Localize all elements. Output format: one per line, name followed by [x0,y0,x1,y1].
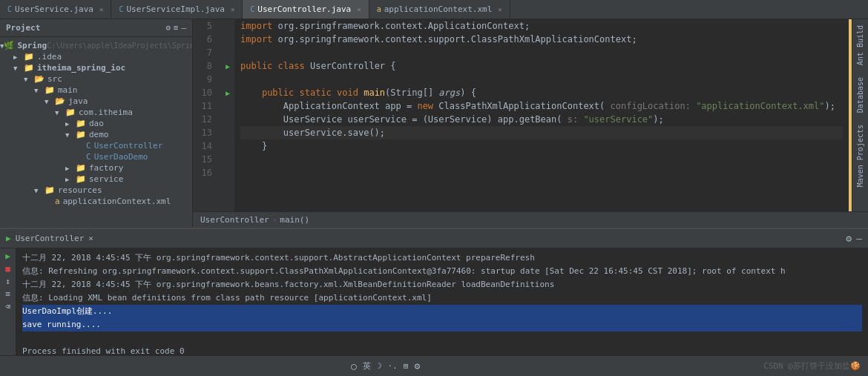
tree-item-com[interactable]: ▼ 📁 com.itheima [0,107,192,118]
tree-item-resources[interactable]: ▼ 📁 resources [0,185,192,196]
tree-path: C:\Users\apple\IdeaProjects\Spring [47,42,192,50]
stop-btn[interactable]: ■ [5,264,10,274]
code-editor: 5 6 7 8 9 10 11 12 13 14 15 16 [193,19,852,211]
xml-icon: a [377,5,381,13]
arrow-icon: ▼ [34,187,45,194]
run-tab-close[interactable]: × [88,234,93,243]
run-main-btn[interactable]: ▶ [221,86,234,99]
settings2-icon[interactable]: ⚙ [414,360,420,372]
tab-label: applicationContext.xml [384,4,493,14]
folder-src-icon: 📂 [34,74,45,84]
restart-btn[interactable]: ▶ [5,251,10,261]
tab-userserviceimpl[interactable]: C UserServiceImpl.java × [111,0,243,19]
tab-close-icon[interactable]: × [99,6,103,13]
editor-strips: 5 6 7 8 9 10 11 12 13 14 15 16 [193,19,868,211]
tab-usercontroller[interactable]: C UserController.java × [243,0,369,19]
tab-close-icon[interactable]: × [231,6,234,13]
arrow-icon: ▶ [65,176,76,183]
tab-userservice[interactable]: C UserService.java × [0,0,111,19]
dot-icon: ·. [388,361,398,371]
xml-icon: a [55,197,60,206]
tree-label: com.itheima [79,108,133,117]
code-line-8: public class UserController { [240,59,843,73]
sidebar-title: Project [6,23,40,33]
run-panel-header: ▶ UserController × ⚙ – [0,229,868,248]
right-strip-ant: Ant Build Database Maven Projects [852,19,868,211]
settings-icon[interactable]: ⚙ [846,233,852,244]
run-output-line-1: 十二月 22, 2018 4:45:45 下午 org.springframew… [22,251,862,265]
folder-icon: 📁 [76,174,86,184]
tree-label-spring: Spring [17,41,47,50]
tree-item-src[interactable]: ▼ 📂 src [0,73,192,85]
run-class-btn[interactable]: ▶ [221,59,234,73]
tab-label: UserController.java [257,4,351,14]
ant-build-label[interactable]: Ant Build [856,19,864,71]
arrow-icon: ▼ [13,65,24,72]
sort-icon[interactable]: ≡ [174,23,179,33]
run-tab-label[interactable]: UserController [16,234,85,243]
filter-btn[interactable]: ≡ [5,289,10,299]
breadcrumb-main[interactable]: main() [280,215,309,225]
tree-label: src [47,74,62,84]
tree-item-dao[interactable]: ▶ 📁 dao [0,118,192,129]
tree-item-java[interactable]: ▼ 📂 java [0,96,192,107]
circle-icon: ○ [351,360,357,372]
watermark: CSDN @苏打饼干没加盐🍪 [763,360,861,372]
breadcrumb-usercontroller[interactable]: UserController [200,215,269,225]
run-output-line-7 [22,332,862,345]
code-content[interactable]: import org.springframework.context.Appli… [234,19,849,211]
sidebar: Project ⚙ ≡ – ▼ 🌿 Spring C:\Users\apple\… [0,19,193,228]
folder-icon: 📁 [45,85,55,95]
breadcrumb-bar: UserController › main() [193,211,868,228]
tab-close-icon[interactable]: × [498,6,502,13]
tree-label: main [58,85,78,95]
code-line-14: } [240,139,843,153]
tab-close-icon[interactable]: × [357,6,361,13]
maven-label[interactable]: Maven Projects [856,119,864,193]
tree-item-idea[interactable]: ▶ 📁 .idea [0,51,192,62]
clear-btn[interactable]: ⌫ [5,302,10,311]
tree-label: resources [58,185,102,195]
tree-view: ▼ 🌿 Spring C:\Users\apple\IdeaProjects\S… [0,37,192,228]
code-line-6: import org.springframework.context.suppo… [240,33,843,46]
tree-item-factory[interactable]: ▶ 📁 factory [0,162,192,174]
main-area: Project ⚙ ≡ – ▼ 🌿 Spring C:\Users\apple\… [0,19,868,228]
minimize-panel-icon[interactable]: – [856,233,862,244]
tab-appcontext[interactable]: a applicationContext.xml × [369,0,510,19]
tree-root-spring[interactable]: ▼ 🌿 Spring C:\Users\apple\IdeaProjects\S… [0,40,192,51]
run-gutter: ▶ ▶ [221,19,234,211]
minimize-icon[interactable]: – [181,23,186,33]
code-line-11: ApplicationContext app = new ClassPathXm… [240,99,843,113]
sidebar-header: Project ⚙ ≡ – [0,19,192,37]
gear-icon[interactable]: ⚙ [165,23,171,33]
run-bottom-icons: ○ 英 ☽ ·. ⊞ ⚙ [351,360,420,372]
folder-icon: 📁 [24,63,34,73]
tree-item-userdaodemo[interactable]: C UserDaoDemo [0,151,192,162]
tree-item-itheima[interactable]: ▼ 📁 itheima_spring_ioc [0,62,192,73]
run-icon: ▶ [6,234,11,243]
tree-item-main[interactable]: ▼ 📁 main [0,85,192,96]
tab-bar: C UserService.java × C UserServiceImpl.j… [0,0,868,19]
arrow-icon: ▼ [24,76,34,83]
tree-item-appcontext[interactable]: a applicationContext.xml [0,196,192,207]
tree-item-demo[interactable]: ▼ 📁 demo [0,129,192,140]
code-line-5: import org.springframework.context.Appli… [240,19,843,33]
tree-label: service [89,174,123,184]
tree-label: UserDaoDemo [94,152,148,162]
arrow-icon: ▶ [13,53,24,61]
grid-icon: ⊞ [404,361,409,371]
java-icon: C [119,5,123,13]
database-label[interactable]: Database [856,71,864,119]
tree-label: applicationContext.xml [63,197,171,206]
folder-icon: 📁 [45,185,55,195]
tree-item-usercontroller[interactable]: C UserController [0,140,192,151]
scroll-btn[interactable]: ↕ [5,277,10,286]
run-panel-body: ▶ ■ ↕ ≡ ⌫ 十二月 22, 2018 4:45:45 下午 org.sp… [0,248,868,355]
tree-label: UserController [94,141,163,151]
run-output-line-4: 信息: Loading XML bean definitions from cl… [22,291,862,305]
tree-item-service[interactable]: ▶ 📁 service [0,174,192,185]
java-class-icon: C [86,152,91,162]
arrow-icon: ▼ [34,87,45,94]
run-bottom-bar: ○ 英 ☽ ·. ⊞ ⚙ CSDN @苏打饼干没加盐🍪 [0,355,868,376]
tree-label: .idea [37,52,62,62]
